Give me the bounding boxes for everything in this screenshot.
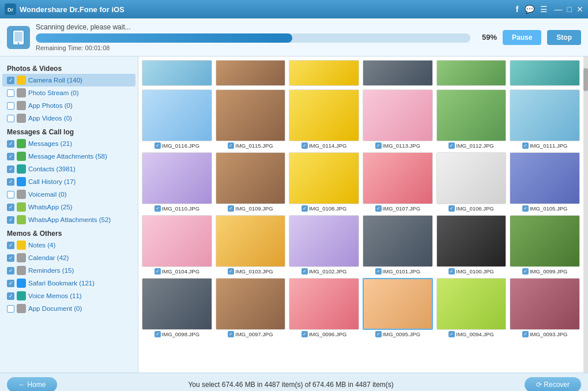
photo-item[interactable]: IMG_0100.JPG xyxy=(435,214,508,276)
sidebar-item[interactable]: Message Attachments (58) xyxy=(2,150,135,163)
facebook-icon[interactable]: f xyxy=(516,5,519,14)
sidebar-checkbox[interactable] xyxy=(7,166,14,173)
sidebar-item[interactable]: Contacts (3981) xyxy=(2,163,135,175)
sidebar-checkbox[interactable] xyxy=(7,153,14,160)
photo-checkbox[interactable] xyxy=(522,268,529,275)
sidebar-checkbox[interactable] xyxy=(7,115,14,122)
sidebar-item[interactable]: Call History (17) xyxy=(2,175,135,188)
photo-item[interactable]: IMG_0108.JPG xyxy=(288,151,360,213)
sidebar-item[interactable]: Reminders (15) xyxy=(2,264,135,277)
photo-checkbox[interactable] xyxy=(301,142,308,149)
sidebar-checkbox[interactable] xyxy=(7,216,14,224)
sidebar-checkbox[interactable] xyxy=(7,191,14,198)
photo-checkbox[interactable] xyxy=(301,331,308,337)
pause-button[interactable]: Pause xyxy=(503,30,541,45)
sidebar-item[interactable]: WhatsApp (25) xyxy=(2,201,135,213)
photo-item[interactable] xyxy=(508,59,581,87)
sidebar-item[interactable]: Camera Roll (140) xyxy=(2,74,135,87)
photo-item[interactable]: IMG_0113.JPG xyxy=(361,88,434,150)
photo-checkbox[interactable] xyxy=(375,331,382,337)
photo-item[interactable]: IMG_0096.JPG xyxy=(288,277,360,339)
sidebar-item[interactable]: Photo Stream (0) xyxy=(2,87,135,99)
photo-checkbox[interactable] xyxy=(228,205,234,212)
photo-checkbox[interactable] xyxy=(375,205,382,212)
scrollbar[interactable] xyxy=(583,57,588,373)
photo-item[interactable]: IMG_0112.JPG xyxy=(435,88,508,150)
chat-icon[interactable]: 💬 xyxy=(525,5,534,14)
sidebar-checkbox[interactable] xyxy=(7,267,14,275)
photo-checkbox[interactable] xyxy=(522,205,529,212)
sidebar-item[interactable]: App Videos (0) xyxy=(2,112,135,125)
sidebar-item[interactable]: Notes (4) xyxy=(2,239,135,251)
photo-item[interactable] xyxy=(361,59,434,87)
photo-checkbox[interactable] xyxy=(154,205,161,212)
photo-item[interactable]: IMG_0093.JPG xyxy=(508,277,581,339)
sidebar-checkbox[interactable] xyxy=(7,77,14,84)
photo-item[interactable]: IMG_0116.JPG xyxy=(141,88,213,150)
photo-item[interactable] xyxy=(214,59,287,87)
photo-item[interactable]: IMG_0102.JPG xyxy=(288,214,360,276)
sidebar-item[interactable]: App Photos (0) xyxy=(2,99,135,112)
photo-item[interactable]: IMG_0114.JPG xyxy=(288,88,360,150)
photo-item[interactable]: IMG_0097.JPG xyxy=(214,277,287,339)
close-button[interactable]: ✕ xyxy=(576,5,583,14)
photo-checkbox[interactable] xyxy=(154,331,161,337)
sidebar-item[interactable]: App Document (0) xyxy=(2,302,135,315)
photo-checkbox[interactable] xyxy=(375,268,382,275)
photo-item[interactable] xyxy=(288,59,360,87)
photo-item[interactable]: IMG_0094.JPG xyxy=(435,277,508,339)
photo-item[interactable]: IMG_0105.JPG xyxy=(508,151,581,213)
sidebar-item[interactable]: Voicemail (0) xyxy=(2,188,135,201)
photo-checkbox[interactable] xyxy=(522,142,529,149)
scrollbar-thumb[interactable] xyxy=(583,68,588,91)
sidebar-item[interactable]: Calendar (42) xyxy=(2,251,135,264)
photo-checkbox[interactable] xyxy=(154,142,161,149)
photo-checkbox[interactable] xyxy=(375,142,382,149)
sidebar-checkbox[interactable] xyxy=(7,140,14,148)
photo-item[interactable]: IMG_0107.JPG xyxy=(361,151,434,213)
home-button[interactable]: ← Home xyxy=(7,377,57,392)
sidebar-checkbox[interactable] xyxy=(7,280,14,287)
sidebar-item[interactable]: WhatsApp Attachments (52) xyxy=(2,213,135,226)
photo-checkbox[interactable] xyxy=(448,331,455,337)
photo-item[interactable] xyxy=(435,59,508,87)
photo-checkbox[interactable] xyxy=(301,205,308,212)
sidebar-checkbox[interactable] xyxy=(7,89,14,97)
sidebar-item[interactable]: Messages (21) xyxy=(2,137,135,150)
sidebar-checkbox[interactable] xyxy=(7,305,14,313)
photo-checkbox[interactable] xyxy=(522,331,529,337)
photo-item[interactable]: IMG_0101.JPG xyxy=(361,214,434,276)
photo-checkbox[interactable] xyxy=(448,205,455,212)
stop-button[interactable]: Stop xyxy=(547,30,581,45)
maximize-button[interactable]: □ xyxy=(567,5,572,14)
photo-checkbox[interactable] xyxy=(228,331,234,337)
photo-item[interactable] xyxy=(141,59,213,87)
sidebar-checkbox[interactable] xyxy=(7,254,14,262)
menu-icon[interactable]: ☰ xyxy=(540,5,548,14)
sidebar-checkbox[interactable] xyxy=(7,102,14,110)
photo-checkbox[interactable] xyxy=(448,268,455,275)
photo-checkbox[interactable] xyxy=(228,268,234,275)
photo-item[interactable]: IMG_0109.JPG xyxy=(214,151,287,213)
photo-item[interactable]: IMG_0095.JPG xyxy=(361,277,434,339)
sidebar-item[interactable]: Voice Memos (11) xyxy=(2,290,135,302)
photo-item[interactable]: IMG_0103.JPG xyxy=(214,214,287,276)
sidebar-item[interactable]: Safari Bookmark (121) xyxy=(2,277,135,290)
photo-item[interactable]: IMG_0110.JPG xyxy=(141,151,213,213)
sidebar-checkbox[interactable] xyxy=(7,178,14,186)
minimize-button[interactable]: — xyxy=(555,5,563,14)
photo-checkbox[interactable] xyxy=(301,268,308,275)
sidebar-checkbox[interactable] xyxy=(7,204,14,211)
photo-checkbox[interactable] xyxy=(228,142,234,149)
photo-item[interactable]: IMG_0099.JPG xyxy=(508,214,581,276)
sidebar-checkbox[interactable] xyxy=(7,292,14,300)
photo-checkbox[interactable] xyxy=(448,142,455,149)
photo-item[interactable]: IMG_0111.JPG xyxy=(508,88,581,150)
photo-item[interactable]: IMG_0104.JPG xyxy=(141,214,213,276)
photo-item[interactable]: IMG_0098.JPG xyxy=(141,277,213,339)
sidebar-checkbox[interactable] xyxy=(7,242,14,249)
photo-item[interactable]: IMG_0115.JPG xyxy=(214,88,287,150)
photo-checkbox[interactable] xyxy=(154,268,161,275)
recover-button[interactable]: ⟳ Recover xyxy=(525,377,581,392)
photo-item[interactable]: IMG_0106.JPG xyxy=(435,151,508,213)
